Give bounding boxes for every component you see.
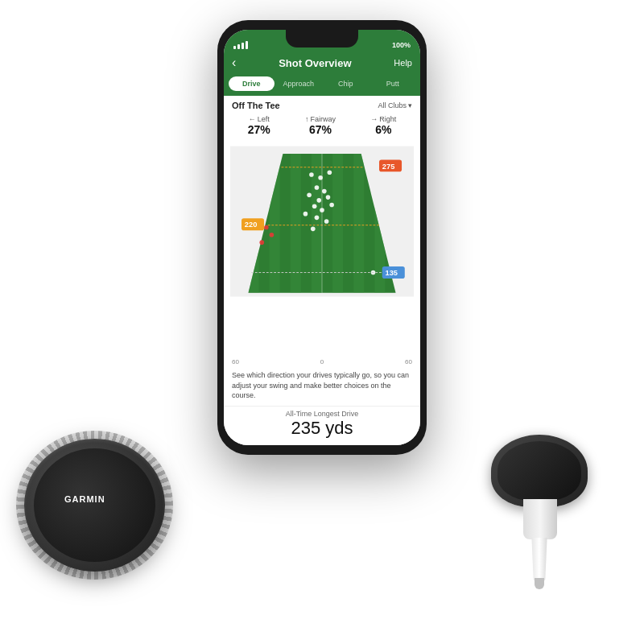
device-body-inner: GARMIN: [34, 448, 155, 562]
stat-right: → Right 6%: [370, 115, 396, 136]
svg-point-11: [309, 172, 314, 177]
signal-indicator: [233, 41, 248, 49]
svg-point-27: [264, 225, 269, 230]
tee-spike: [530, 538, 549, 582]
svg-point-14: [315, 185, 320, 190]
stat-fairway-value: 67%: [305, 123, 336, 136]
svg-point-17: [316, 198, 321, 203]
axis-center: 0: [320, 358, 324, 365]
garmin-logo: GARMIN: [64, 494, 105, 504]
filter-label: All Clubs: [378, 101, 407, 109]
left-arrow-icon: ←: [249, 115, 256, 123]
fairway-arrow-icon: ↑: [305, 115, 309, 123]
stat-fairway: ↑ Fairway 67%: [305, 115, 336, 136]
help-button[interactable]: Help: [394, 58, 412, 68]
svg-point-24: [324, 219, 329, 224]
tee-neck: [523, 499, 557, 539]
tabs-bar: Drive Approach Chip Putt: [224, 76, 420, 96]
section-header: Off The Tee All Clubs ▾: [224, 96, 420, 112]
tee-head: [491, 435, 588, 507]
main-content: Off The Tee All Clubs ▾ ← Left 27%: [224, 96, 420, 445]
longest-drive-label: All-Time Longest Drive: [232, 410, 412, 418]
signal-bar-2: [237, 44, 240, 49]
signal-bar-3: [242, 43, 244, 49]
svg-point-19: [312, 204, 317, 209]
svg-point-15: [322, 189, 327, 194]
stat-left-label: ← Left: [248, 115, 270, 123]
description-text: See which direction your drives typicall…: [224, 365, 420, 406]
scene: 100% ‹ Shot Overview Help Drive Approach…: [0, 0, 644, 644]
stats-row: ← Left 27% ↑ Fairway 67%: [224, 112, 420, 141]
svg-point-18: [326, 195, 331, 200]
tee-head-inner: [497, 441, 581, 501]
left-text: Left: [258, 115, 270, 123]
fairway-chart: 275 220 135: [230, 141, 414, 358]
garmin-device-left: GARMIN: [24, 411, 185, 572]
svg-rect-9: [353, 154, 364, 293]
right-text: Right: [379, 115, 396, 123]
tab-chip[interactable]: Chip: [323, 76, 369, 91]
garmin-device-right: [483, 435, 620, 596]
signal-bar-1: [233, 46, 236, 49]
section-title: Off The Tee: [232, 101, 280, 110]
back-button[interactable]: ‹: [232, 56, 236, 70]
axis-left: 60: [232, 358, 239, 365]
svg-text:220: 220: [245, 221, 258, 229]
stat-left-value: 27%: [248, 123, 270, 136]
stat-fairway-label: ↑ Fairway: [305, 115, 336, 123]
stat-right-value: 6%: [370, 123, 396, 136]
tab-putt[interactable]: Putt: [370, 76, 416, 91]
header-title: Shot Overview: [279, 57, 351, 69]
svg-rect-6: [291, 154, 301, 293]
tab-approach[interactable]: Approach: [276, 76, 322, 91]
filter-arrow-icon: ▾: [408, 101, 412, 109]
axis-labels: 60 0 60: [224, 358, 420, 365]
stat-left: ← Left 27%: [248, 115, 270, 136]
svg-text:275: 275: [382, 163, 395, 171]
longest-drive-value: 235 yds: [232, 418, 412, 439]
svg-point-28: [270, 233, 275, 237]
axis-right: 60: [405, 358, 412, 365]
filter-dropdown[interactable]: All Clubs ▾: [378, 101, 412, 109]
fairway-text: Fairway: [311, 115, 336, 123]
svg-point-21: [329, 203, 334, 208]
stat-right-label: → Right: [370, 115, 396, 123]
svg-text:135: 135: [385, 269, 398, 277]
phone-notch: [286, 30, 358, 47]
app-header: ‹ Shot Overview Help: [224, 52, 420, 76]
chart-svg: 275 220 135: [230, 141, 414, 302]
signal-bar-4: [246, 41, 248, 49]
svg-point-16: [307, 192, 312, 197]
longest-drive-section: All-Time Longest Drive 235 yds: [224, 406, 420, 445]
phone: 100% ‹ Shot Overview Help Drive Approach…: [217, 20, 427, 455]
device-body: GARMIN: [24, 439, 165, 572]
tee-tip: [535, 578, 544, 589]
svg-point-25: [311, 227, 316, 232]
right-arrow-icon: →: [370, 115, 378, 123]
battery-indicator: 100%: [392, 41, 411, 49]
svg-point-13: [328, 170, 332, 175]
svg-rect-8: [332, 154, 343, 293]
phone-screen: 100% ‹ Shot Overview Help Drive Approach…: [224, 30, 420, 445]
svg-point-22: [303, 212, 308, 217]
svg-point-23: [315, 216, 320, 221]
svg-point-29: [259, 240, 264, 245]
tab-drive[interactable]: Drive: [229, 76, 275, 91]
tee-body: [483, 435, 596, 588]
